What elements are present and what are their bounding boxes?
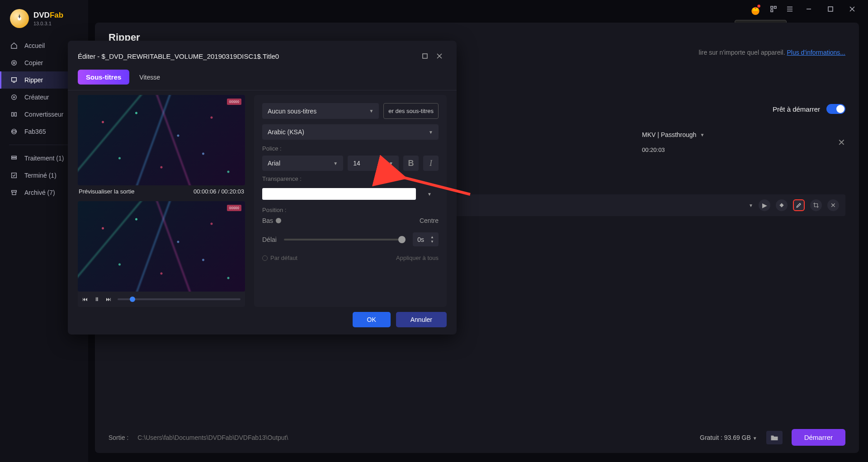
font-family-select[interactable]: Arial▼	[262, 156, 343, 171]
svg-rect-30	[423, 54, 427, 58]
bold-button[interactable]: B	[403, 156, 419, 171]
dialog-title: Éditer - $_DVD_REWRITABLE_VOLUME_2019031…	[78, 52, 418, 60]
queue-icon	[10, 154, 18, 162]
free-space[interactable]: Gratuit : 93.69 GB ▼	[700, 434, 757, 441]
transparency-label: Transparence :	[262, 175, 439, 182]
home-icon	[10, 42, 18, 50]
sidebar-item-label: Accueil	[24, 42, 45, 49]
dialog-maximize-button[interactable]	[418, 49, 432, 63]
app-logo: DVDFab 13.0.3.1	[0, 9, 88, 37]
font-size-select[interactable]: 14▼	[348, 156, 399, 171]
play-preview-button[interactable]: ▶	[759, 199, 770, 211]
playback-controls: ⏮ ⏸ ⏭	[78, 292, 245, 307]
svg-rect-17	[12, 78, 17, 81]
maximize-button[interactable]	[824, 2, 837, 16]
close-button[interactable]	[845, 2, 859, 16]
svg-rect-11	[828, 7, 833, 11]
more-info-link[interactable]: Plus d'informations...	[787, 49, 845, 56]
position-centre[interactable]: Centre	[420, 217, 439, 224]
pause-button[interactable]: ⏸	[94, 296, 99, 302]
svg-point-15	[12, 61, 17, 66]
convert-icon	[10, 110, 18, 118]
ok-button[interactable]: OK	[353, 312, 391, 327]
edit-dialog: Éditer - $_DVD_REWRITABLE_VOLUME_2019031…	[68, 41, 457, 335]
logo-icon	[10, 9, 29, 28]
italic-button[interactable]: I	[423, 156, 439, 171]
browse-folder-button[interactable]	[766, 431, 783, 444]
subtitle-select[interactable]: Aucun sous-titres▼	[262, 103, 379, 119]
preview-original: ◊◊◊◊◊	[78, 95, 245, 185]
svg-rect-27	[12, 173, 17, 178]
create-icon	[10, 93, 18, 101]
sidebar-item-label: Fab365	[24, 128, 46, 135]
svg-rect-25	[12, 156, 17, 157]
svg-rect-29	[12, 192, 16, 195]
app-version: 13.0.3.1	[33, 21, 63, 26]
sidebar-item-label: Terminé (1)	[24, 172, 57, 179]
sidebar-item-label: Copier	[24, 59, 43, 66]
start-button[interactable]: Démarrer	[792, 429, 845, 446]
output-path[interactable]: C:\Users\fab\Documents\DVDFab\DVDFab13\O…	[137, 434, 288, 441]
sidebar-item-label: Traitement (1)	[24, 155, 64, 162]
cancel-button[interactable]: Annuler	[396, 312, 447, 327]
ready-toggle[interactable]	[826, 104, 845, 114]
preview-time: 00:00:06 / 00:20:03	[193, 188, 244, 195]
remove-item-button[interactable]: ✕	[838, 137, 845, 148]
svg-rect-26	[12, 158, 17, 159]
svg-rect-23	[14, 113, 16, 116]
copy-icon	[10, 59, 18, 67]
duration-label: 00:20:03	[642, 146, 829, 153]
svg-rect-22	[12, 113, 14, 116]
edit-button[interactable]	[793, 199, 805, 211]
sidebar-item-label: Archivé (7)	[24, 189, 55, 196]
done-icon	[10, 171, 18, 179]
sidebar-item-label: Convertisseur	[24, 111, 63, 118]
sidebar-item-label: Créateur	[24, 94, 49, 101]
subtitle-settings: Aucun sous-titres▼ er des sous-titres Ar…	[254, 95, 447, 307]
next-button[interactable]: ⏭	[106, 296, 111, 302]
svg-point-16	[13, 62, 15, 64]
format-select[interactable]: MKV | Passthrough▼	[642, 131, 829, 138]
svg-rect-6	[771, 10, 773, 12]
sidebar-item-label: Ripper	[24, 76, 43, 84]
rip-icon	[10, 76, 18, 84]
info-button[interactable]	[776, 199, 788, 211]
preview-output: ◊◊◊◊◊	[78, 201, 245, 292]
seek-bar[interactable]	[118, 298, 241, 300]
extensions-icon[interactable]	[769, 5, 778, 13]
fab365-icon	[10, 127, 18, 136]
window-titlebar	[741, 0, 868, 18]
delay-slider[interactable]	[284, 239, 406, 240]
delete-button[interactable]: ✕	[827, 199, 839, 211]
tab-sous-titres[interactable]: Sous-titres	[78, 70, 129, 85]
svg-point-3	[757, 5, 760, 8]
output-label: Sortie :	[108, 434, 128, 441]
prev-button[interactable]: ⏮	[82, 296, 88, 302]
ready-status: Prêt à démarrer	[773, 105, 820, 113]
menu-icon[interactable]	[786, 5, 794, 13]
font-label: Police :	[262, 145, 439, 152]
color-dropdown[interactable]: ▼	[420, 186, 439, 202]
apply-all-button[interactable]: Appliquer à tous	[396, 255, 439, 261]
svg-rect-4	[771, 6, 773, 9]
crop-button[interactable]	[810, 199, 822, 211]
svg-point-24	[12, 129, 17, 134]
delay-label: Délai	[262, 236, 277, 243]
archive-icon	[10, 189, 18, 197]
position-bas[interactable]: Bas	[262, 217, 281, 224]
gift-icon[interactable]	[750, 3, 761, 15]
tab-vitesse[interactable]: Vitesse	[139, 74, 160, 81]
svg-rect-2	[755, 7, 756, 9]
footer-bar: Sortie : C:\Users\fab\Documents\DVDFab\D…	[108, 429, 845, 446]
reset-default-button[interactable]: Par défaut	[262, 255, 297, 261]
preview-column: ◊◊◊◊◊ Prévisualiser la sortie 00:00:06 /…	[78, 95, 245, 307]
position-label: Position :	[262, 207, 439, 213]
language-select[interactable]: Arabic (KSA)▼	[262, 124, 439, 140]
import-subtitles-button[interactable]: er des sous-titres	[383, 103, 439, 119]
preview-label: Prévisualiser la sortie	[79, 188, 135, 195]
chevron-down-icon[interactable]: ▼	[749, 203, 753, 208]
dialog-close-button[interactable]	[432, 49, 447, 63]
color-swatch[interactable]	[262, 188, 416, 200]
delay-spinner[interactable]: 0s ▲▼	[413, 232, 439, 246]
minimize-button[interactable]	[802, 2, 816, 16]
